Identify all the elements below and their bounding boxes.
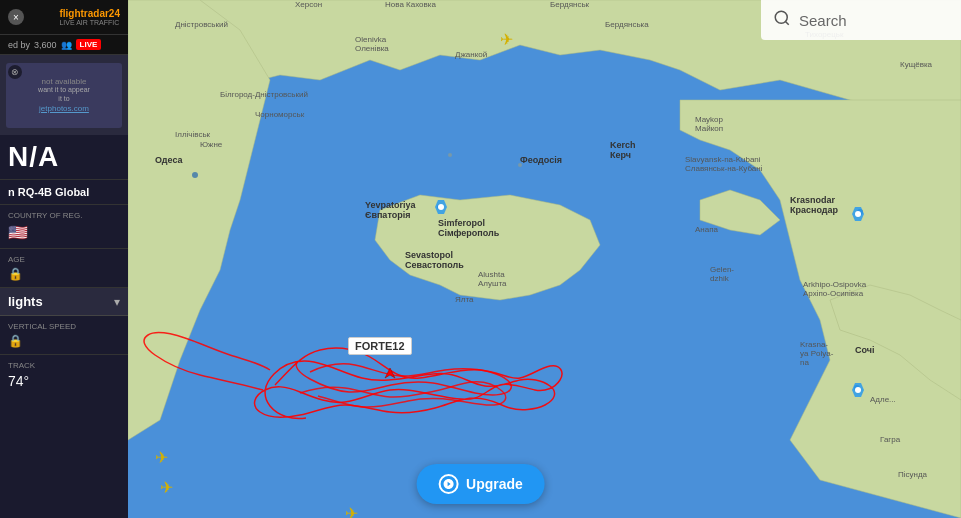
photo-placeholder: ⊗ not available want it to appear it to … — [6, 63, 122, 128]
aircraft-type: n RQ-4B Global — [8, 186, 120, 198]
forte12-label: FORTE12 — [348, 337, 412, 355]
map-container[interactable]: Одеса Южне Чорноморськ Білгород-Дністров… — [0, 0, 961, 518]
vertical-speed-section: VERTICAL SPEED 🔒 — [0, 316, 128, 355]
upgrade-button[interactable]: Upgrade — [416, 464, 545, 504]
svg-point-1 — [192, 172, 198, 178]
jetphotos-link[interactable]: jetphotos.com — [38, 104, 90, 113]
svg-point-9 — [855, 387, 861, 393]
flights-label: lights — [8, 294, 43, 309]
photo-close-button[interactable]: ⊗ — [8, 65, 22, 79]
viewers-icon: 👥 — [61, 40, 72, 50]
fr24-logo: flightradar24 — [59, 8, 120, 19]
topbar[interactable]: Search — [761, 0, 961, 40]
close-button[interactable]: × — [8, 9, 24, 25]
upgrade-circle-icon — [438, 474, 458, 494]
vertical-speed-lock-icon: 🔒 — [8, 334, 120, 348]
airplane-icon-3: ✈ — [345, 504, 358, 518]
fr24-sub: LIVE AIR TRAFFIC — [59, 19, 120, 26]
viewers-row: ed by 3,600 👥 LIVE — [0, 35, 128, 55]
airplane-icon-2: ✈ — [160, 478, 173, 497]
svg-point-8 — [855, 211, 861, 217]
age-label: AGE — [8, 255, 120, 264]
live-badge: LIVE — [76, 39, 102, 50]
viewers-text: ed by — [8, 40, 30, 50]
svg-line-12 — [785, 21, 788, 24]
search-icon — [773, 9, 791, 31]
airplane-icon-4: ✈ — [500, 30, 513, 49]
age-section: AGE 🔒 — [0, 249, 128, 288]
vertical-speed-label: VERTICAL SPEED — [8, 322, 120, 331]
airplane-icon-1: ✈ — [155, 448, 168, 467]
svg-point-5 — [448, 153, 452, 157]
track-label: TRACK — [8, 361, 120, 370]
search-text: Search — [799, 12, 847, 29]
sidebar-header: × flightradar24 LIVE AIR TRAFFIC — [0, 0, 128, 35]
viewers-count: 3,600 — [34, 40, 57, 50]
fr24-logo-container: flightradar24 LIVE AIR TRAFFIC — [59, 8, 120, 26]
photo-section: ⊗ not available want it to appear it to … — [0, 55, 128, 135]
track-section: TRACK 74° — [0, 355, 128, 395]
svg-point-7 — [438, 204, 444, 210]
track-value: 74° — [8, 373, 120, 389]
callsign-display: N/A — [8, 141, 120, 173]
svg-point-11 — [775, 11, 787, 23]
aircraft-section: n RQ-4B Global — [0, 180, 128, 205]
photo-unavailable-text: not available — [38, 77, 90, 86]
sidebar: × flightradar24 LIVE AIR TRAFFIC ed by 3… — [0, 0, 128, 518]
chevron-down-icon: ▾ — [114, 295, 120, 309]
photo-appear-text: it to — [38, 95, 90, 102]
upgrade-label: Upgrade — [466, 476, 523, 492]
country-flag: 🇺🇸 — [8, 223, 120, 242]
svg-point-6 — [518, 163, 522, 167]
country-label: COUNTRY OF REG. — [8, 211, 120, 220]
lock-icon: 🔒 — [8, 267, 120, 281]
callsign-section: N/A — [0, 135, 128, 180]
country-section: COUNTRY OF REG. 🇺🇸 — [0, 205, 128, 249]
flights-section[interactable]: lights ▾ — [0, 288, 128, 316]
photo-want-text: want it to appear — [38, 86, 90, 93]
